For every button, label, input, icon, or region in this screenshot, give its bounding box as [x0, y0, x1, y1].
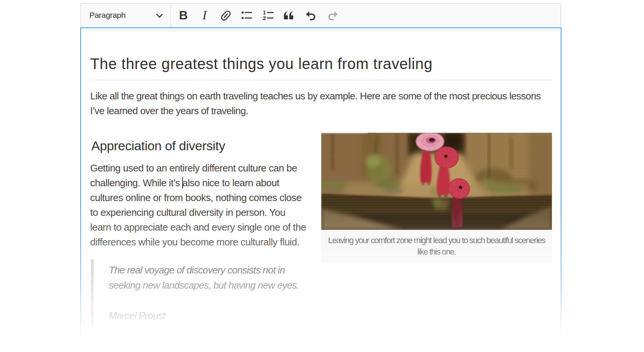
svg-text:1: 1 [263, 9, 266, 16]
svg-text:2: 2 [263, 15, 266, 21]
